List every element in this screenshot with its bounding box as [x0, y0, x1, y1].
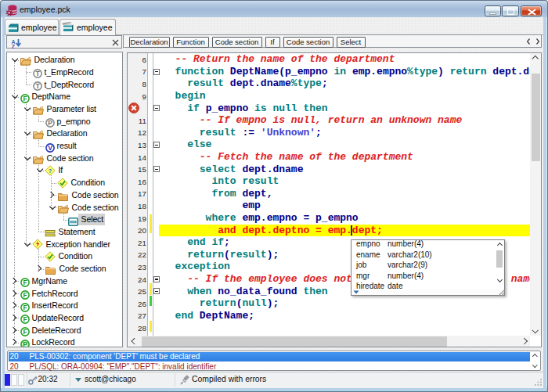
- svg-text:T: T: [35, 70, 40, 77]
- svg-text:F: F: [23, 291, 27, 299]
- svg-text:F: F: [23, 279, 27, 286]
- svg-text:?: ?: [49, 167, 52, 174]
- svg-text:Z: Z: [11, 44, 15, 49]
- svg-text:T: T: [35, 82, 40, 90]
- svg-text:V: V: [48, 144, 52, 152]
- svg-text:F: F: [23, 328, 27, 336]
- svg-text:F: F: [23, 304, 27, 311]
- svg-text:F: F: [23, 315, 27, 323]
- svg-text:F: F: [23, 95, 27, 102]
- svg-text:P: P: [23, 340, 27, 347]
- svg-text:P: P: [48, 119, 52, 127]
